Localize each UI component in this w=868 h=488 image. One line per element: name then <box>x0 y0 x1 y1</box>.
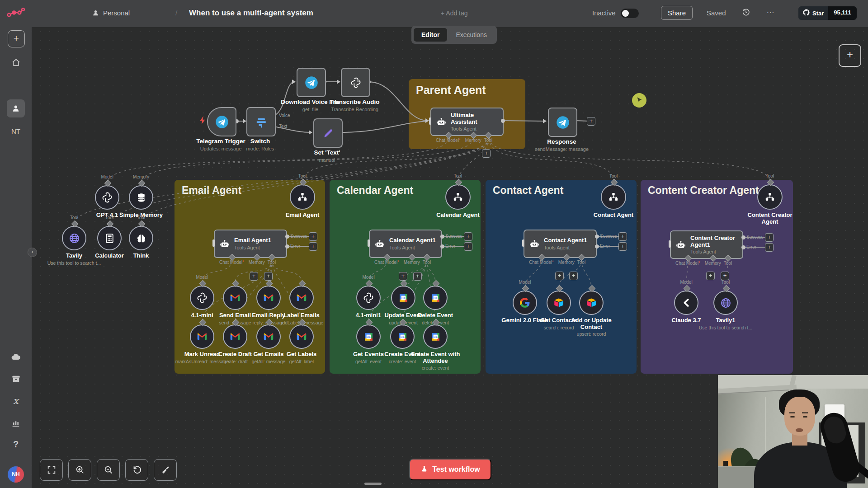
node-think[interactable]: Think <box>112 226 170 259</box>
add-connection-button[interactable]: + <box>482 149 491 158</box>
node-sublabel: create: event <box>406 365 465 371</box>
node-contact-agent1[interactable]: Contact Agent1Tools Agent <box>524 230 597 258</box>
add-workflow-button[interactable]: + <box>8 30 25 47</box>
sidebar-item-personal[interactable] <box>7 99 25 117</box>
add-connection-button[interactable]: + <box>250 272 258 281</box>
node-email-agent1[interactable]: Email Agent1Tools Agent <box>214 230 287 258</box>
more-menu[interactable]: ... <box>767 6 774 15</box>
add-connection-button[interactable]: + <box>765 243 774 252</box>
add-connection-button[interactable]: + <box>309 242 317 251</box>
node-transcribe-audio[interactable] <box>341 68 370 97</box>
help-icon[interactable]: ? <box>0 439 32 450</box>
view-tabs: Editor Executions <box>411 26 497 44</box>
test-workflow-button[interactable]: Test workflow <box>409 459 491 480</box>
add-connection-button[interactable]: + <box>555 272 564 280</box>
variables-icon[interactable]: x <box>0 395 32 406</box>
templates-icon[interactable] <box>0 374 32 384</box>
home-icon[interactable] <box>0 58 32 67</box>
connection-endpoint[interactable] <box>741 235 745 239</box>
github-star-widget[interactable]: Star 95,111 <box>798 6 857 20</box>
node-get-labels[interactable]: Get LabelsgetAll: label <box>272 324 331 364</box>
node-email-agent[interactable]: Email Agent <box>273 184 332 219</box>
svg-text:31: 31 <box>401 296 406 300</box>
add-connection-button[interactable]: + <box>587 117 595 126</box>
add-connection-button[interactable]: + <box>721 272 729 280</box>
output-label: Error <box>600 244 610 249</box>
input-port[interactable] <box>669 240 671 248</box>
port-label: Tool <box>468 138 509 143</box>
sitemap-icon <box>297 192 308 202</box>
history-icon[interactable] <box>741 8 750 19</box>
connector-type-label: Model <box>182 275 222 280</box>
add-tag-button[interactable]: + Add tag <box>441 9 468 17</box>
node-ultimate-assistant[interactable]: Ultimate AssistantTools Agent <box>430 108 504 136</box>
tab-executions[interactable]: Executions <box>448 28 494 42</box>
github-star-count: 95,111 <box>828 6 856 20</box>
connection-endpoint[interactable] <box>440 235 444 239</box>
webcam-person-mouth <box>796 428 803 432</box>
user-avatar[interactable]: NH <box>8 466 24 483</box>
breadcrumb-project[interactable]: Personal <box>103 9 130 17</box>
tidy-up-button[interactable] <box>154 459 177 481</box>
node-download-voice-file[interactable] <box>297 68 326 97</box>
input-port[interactable] <box>522 239 524 247</box>
node-add-or-update-contact[interactable]: Add or Update Contactupsert: record <box>562 291 621 337</box>
connection-endpoint[interactable] <box>285 235 289 239</box>
tab-editor[interactable]: Editor <box>414 28 447 42</box>
input-port[interactable] <box>368 239 370 247</box>
add-connection-button[interactable]: + <box>399 272 407 281</box>
zoom-to-fit-button[interactable] <box>40 459 63 481</box>
node-telegram-trigger[interactable] <box>207 107 236 136</box>
connection-endpoint[interactable] <box>595 244 599 249</box>
add-node-button[interactable]: + <box>839 44 861 67</box>
add-connection-button[interactable]: + <box>618 242 627 251</box>
active-toggle[interactable] <box>621 9 639 18</box>
workflow-title[interactable]: When to use a multi-agent system <box>189 9 313 18</box>
input-port[interactable] <box>212 239 215 247</box>
connector-type-label: Model <box>348 275 389 280</box>
webcam-overlay <box>718 375 868 488</box>
node-calendar-agent[interactable]: Calendar Agent <box>429 184 487 219</box>
node-set-text-[interactable] <box>313 118 343 148</box>
add-connection-button[interactable]: + <box>464 232 472 241</box>
node-tavily1[interactable]: Tavily1Use this tool to search t... <box>696 291 755 330</box>
output-label: Voice <box>279 113 290 118</box>
connection-endpoint[interactable] <box>595 235 599 239</box>
node-label: Get Labels <box>272 351 331 358</box>
add-connection-button[interactable]: + <box>765 233 774 242</box>
connection-endpoint[interactable] <box>501 119 505 123</box>
svg-text:31: 31 <box>434 296 438 300</box>
add-connection-button[interactable]: + <box>309 232 317 241</box>
horizontal-scrollbar[interactable] <box>364 483 382 485</box>
zoom-out-button[interactable] <box>97 459 120 481</box>
node-contact-agent[interactable]: Contact Agent <box>584 184 643 219</box>
connection-endpoint[interactable] <box>741 245 745 249</box>
n8n-logo[interactable] <box>0 6 32 20</box>
node-response[interactable] <box>548 108 577 137</box>
node-content-creator-agent[interactable]: Content Creator Agent <box>741 184 799 225</box>
add-connection-button[interactable]: + <box>569 272 578 280</box>
cloud-icon[interactable] <box>0 352 32 362</box>
openai-icon <box>350 77 362 89</box>
add-connection-button[interactable]: + <box>706 272 715 280</box>
node-simple-memory[interactable]: Simple Memory <box>112 185 170 219</box>
node-content-creator-agent1[interactable]: Content Creator Agent1Tools Agent <box>670 230 743 259</box>
node-create-event-with-attendee[interactable]: 31Create Event with Attendeecreate: even… <box>406 324 465 371</box>
connection-endpoint[interactable] <box>285 244 289 249</box>
add-connection-button[interactable]: + <box>618 232 627 241</box>
node-calendar-agent1[interactable]: Calendar Agent1Tools Agent <box>369 230 442 258</box>
workspace-initials[interactable]: NT <box>0 127 32 135</box>
input-port[interactable] <box>429 117 431 125</box>
insights-icon[interactable] <box>0 418 32 428</box>
undo-button[interactable] <box>125 459 148 481</box>
sidebar-expand-icon[interactable]: › <box>28 248 37 257</box>
connector-type-label: Tool <box>438 174 478 178</box>
add-connection-button[interactable]: + <box>464 242 472 251</box>
connection-endpoint[interactable] <box>440 244 444 249</box>
share-button[interactable]: Share <box>661 6 693 20</box>
add-connection-button[interactable]: + <box>264 272 273 281</box>
add-connection-button[interactable]: + <box>413 272 422 281</box>
status-label: Inactive <box>592 9 616 17</box>
node-switch[interactable] <box>246 107 276 136</box>
zoom-in-button[interactable] <box>68 459 91 481</box>
